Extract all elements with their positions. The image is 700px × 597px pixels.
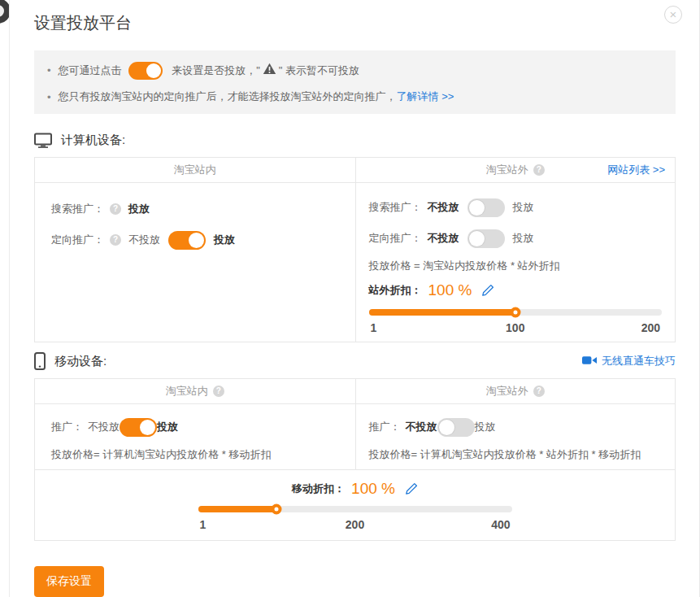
- off-label: 不投放: [128, 233, 160, 247]
- bullet-icon: [47, 91, 51, 103]
- mobile-onsite-toggle[interactable]: [120, 418, 157, 437]
- offsite-price-formula: 投放价格 = 淘宝站内投放价格 * 站外折扣: [369, 255, 663, 277]
- offsite-discount-slider[interactable]: [369, 309, 663, 316]
- mobile-offsite-header: 淘宝站外: [355, 379, 676, 403]
- scale-max: 200: [641, 321, 660, 334]
- video-icon: [582, 355, 598, 368]
- computer-onsite-target-toggle[interactable]: [168, 231, 206, 250]
- scale-max: 400: [491, 518, 510, 531]
- computer-onsite-cell: 搜索推广： 投放 定向推广： 不投放 投放: [35, 183, 355, 342]
- header-label: 淘宝站外: [486, 158, 528, 182]
- notice-line-2: 您只有投放淘宝站内的定向推广后，才能选择投放淘宝站外的定向推广， 了解详情 >>: [47, 89, 661, 105]
- placement-settings-modal: 设置投放平台 您可通过点击 来设置是否投放，" " 表示暂不可投放 您只有投放淘…: [9, 0, 700, 597]
- off-label: 不投放: [88, 420, 120, 434]
- learn-more-link[interactable]: 了解详情 >>: [397, 89, 454, 104]
- slider-handle[interactable]: [510, 307, 520, 318]
- mobile-onsite-cell: 推广： 不投放 投放 投放价格= 计算机淘宝站内投放价格 * 移动折扣: [35, 404, 355, 469]
- edit-icon[interactable]: [481, 284, 494, 297]
- slider-fill: [198, 506, 277, 512]
- computer-table: 淘宝站内 淘宝站外 网站列表 >> 搜索推广： 投放 定向推广：: [34, 157, 676, 342]
- phone-icon: [34, 352, 46, 370]
- mobile-offsite-cell: 推广： 不投放 投放 投放价格= 计算机淘宝站内投放价格 * 站外折扣 * 移动…: [355, 404, 676, 469]
- search-promo-label: 搜索推广：: [369, 200, 422, 215]
- help-icon[interactable]: [110, 234, 121, 246]
- computer-table-header: 淘宝站内 淘宝站外 网站列表 >>: [35, 158, 675, 183]
- screen: 设置投放平台 您可通过点击 来设置是否投放，" " 表示暂不可投放 您只有投放淘…: [0, 0, 700, 597]
- mobile-table-header: 淘宝站内 淘宝站外: [35, 379, 675, 404]
- off-label: 不投放: [428, 200, 459, 215]
- close-icon[interactable]: [664, 6, 682, 24]
- wireless-tips-label: 无线直通车技巧: [602, 354, 676, 368]
- example-toggle[interactable]: [128, 62, 163, 80]
- help-icon[interactable]: [533, 164, 545, 176]
- promo-label: 推广：: [51, 420, 83, 434]
- notice-line-1: 您可通过点击 来设置是否投放，" " 表示暂不可投放: [47, 58, 661, 83]
- header-label: 淘宝站外: [486, 379, 528, 403]
- slider-handle[interactable]: [272, 504, 282, 515]
- site-list-link[interactable]: 网站列表 >>: [607, 158, 665, 182]
- computer-section-title: 计算机设备:: [61, 133, 125, 148]
- mobile-table: 淘宝站内 淘宝站外 推广： 不投放 投放 投放价格= 计算机淘宝站内投放价格 *…: [34, 378, 676, 541]
- scale-min: 1: [200, 518, 207, 531]
- bullet-icon: [47, 64, 51, 76]
- offsite-target-row: 定向推广： 不投放 投放: [369, 223, 663, 254]
- mobile-onsite-formula: 投放价格= 计算机淘宝站内投放价格 * 移动折扣: [51, 447, 339, 463]
- promo-label: 推广：: [369, 420, 401, 434]
- on-label: 投放: [513, 200, 534, 215]
- mobile-slider-scale: 1 200 400: [198, 518, 512, 532]
- save-settings-button[interactable]: 保存设置: [34, 566, 104, 597]
- offsite-slider-scale: 1 100 200: [369, 321, 663, 335]
- onsite-target-row: 定向推广： 不投放 投放: [51, 224, 339, 255]
- mobile-section-heading: 移动设备: 无线直通车技巧: [34, 351, 676, 372]
- mobile-section-title: 移动设备:: [54, 354, 107, 369]
- header-label: 淘宝站内: [166, 379, 208, 403]
- help-icon[interactable]: [110, 203, 121, 215]
- slider-fill: [369, 309, 515, 316]
- target-promo-label: 定向推广：: [369, 231, 422, 246]
- search-promo-label: 搜索推广：: [51, 202, 104, 216]
- notice-text: 您可通过点击: [59, 63, 122, 78]
- off-label: 不投放: [406, 420, 437, 434]
- edit-icon[interactable]: [405, 482, 418, 495]
- mobile-offsite-promo-row: 推广： 不投放 投放: [369, 412, 663, 442]
- target-promo-label: 定向推广：: [51, 233, 104, 247]
- scale-min: 1: [371, 321, 377, 334]
- computer-offsite-search-toggle[interactable]: [467, 198, 505, 217]
- scale-mid: 200: [346, 518, 364, 531]
- mobile-onsite-promo-row: 推广： 不投放 投放: [51, 412, 339, 442]
- header-label: 淘宝站内: [174, 158, 216, 182]
- monitor-icon: [34, 133, 52, 148]
- computer-offsite-header: 淘宝站外 网站列表 >>: [355, 158, 676, 182]
- mobile-onsite-header: 淘宝站内: [35, 379, 355, 403]
- help-icon[interactable]: [533, 386, 545, 397]
- warning-icon: [263, 63, 276, 77]
- mobile-table-body: 推广： 不投放 投放 投放价格= 计算机淘宝站内投放价格 * 移动折扣 推广： …: [35, 404, 675, 469]
- notice-text: 来设置是否投放，": [169, 63, 260, 78]
- mobile-discount-label: 移动折扣：: [292, 482, 345, 496]
- computer-onsite-header: 淘宝站内: [35, 158, 355, 182]
- mobile-discount-slider[interactable]: [198, 506, 512, 512]
- on-label: 投放: [214, 233, 235, 247]
- computer-offsite-cell: 搜索推广： 不投放 投放 定向推广： 不投放 投放 投放价格 = 淘宝站内投放价…: [355, 183, 676, 342]
- computer-section-heading: 计算机设备:: [34, 129, 676, 150]
- off-label: 不投放: [428, 231, 459, 246]
- mobile-offsite-toggle[interactable]: [437, 418, 475, 437]
- on-label: 投放: [157, 420, 178, 434]
- on-label: 投放: [475, 420, 496, 434]
- mobile-discount-value: 100 %: [351, 480, 395, 498]
- offsite-discount-label: 站外折扣：: [369, 283, 422, 298]
- help-icon[interactable]: [213, 386, 224, 397]
- scale-mid: 100: [506, 321, 524, 334]
- onsite-search-row: 搜索推广： 投放: [51, 194, 339, 224]
- mobile-offsite-formula: 投放价格= 计算机淘宝站内投放价格 * 站外折扣 * 移动折扣: [369, 447, 663, 463]
- mobile-discount-row: 移动折扣： 100 % 1 200 400: [35, 469, 675, 540]
- notice-box: 您可通过点击 来设置是否投放，" " 表示暂不可投放 您只有投放淘宝站内的定向推…: [34, 50, 676, 114]
- mobile-discount-line: 移动折扣： 100 %: [35, 477, 675, 501]
- offsite-discount-value: 100 %: [428, 281, 472, 299]
- notice-text: " 表示暂不可投放: [279, 63, 359, 78]
- computer-table-body: 搜索推广： 投放 定向推广： 不投放 投放 搜索推广：: [35, 183, 675, 342]
- search-promo-state: 投放: [128, 202, 150, 216]
- offsite-discount-row: 站外折扣： 100 %: [369, 277, 663, 304]
- wireless-tips-link[interactable]: 无线直通车技巧: [582, 354, 676, 368]
- computer-offsite-target-toggle[interactable]: [467, 229, 505, 248]
